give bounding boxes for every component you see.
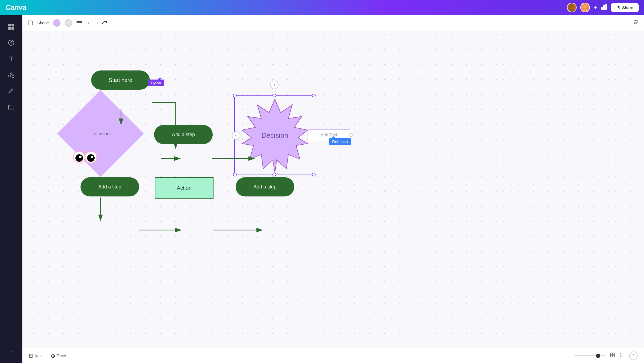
svg-rect-6 (605, 5, 606, 9)
svg-rect-7 (8, 24, 11, 26)
step-node-1[interactable]: Add a step (154, 125, 213, 144)
svg-rect-17 (77, 22, 82, 23)
sidebar-item-draw[interactable] (4, 84, 18, 98)
sidebar-item-projects[interactable] (4, 100, 18, 114)
svg-point-12 (12, 73, 14, 75)
svg-point-0 (570, 5, 574, 8)
dylan-name: Dylan (151, 81, 161, 85)
svg-rect-5 (603, 6, 605, 9)
arrow-right-button[interactable]: → (94, 20, 99, 26)
svg-point-14 (12, 76, 14, 78)
svg-rect-35 (610, 353, 612, 355)
start-node[interactable]: Start here (91, 70, 150, 90)
notes-label: Notes (35, 354, 45, 358)
arrow-curve-button[interactable] (102, 20, 107, 26)
start-node-label: Start here (109, 77, 132, 83)
shape-label: Shape (37, 21, 49, 25)
sidebar-item-uploads[interactable] (4, 36, 18, 50)
svg-rect-18 (77, 24, 82, 24)
add-collaborator-button[interactable]: + (594, 4, 597, 11)
svg-rect-16 (77, 21, 82, 22)
rebecca-label: Rebecca (329, 138, 351, 145)
shape-icon (28, 20, 33, 26)
zoom-slider (574, 355, 606, 356)
sidebar: T ··· (0, 15, 22, 363)
header-left: Canva (5, 3, 26, 12)
step-node-3[interactable]: Add a step (236, 177, 294, 196)
arrow-direction-group: ← → (87, 20, 107, 26)
avatar-user1[interactable] (567, 3, 577, 12)
svg-point-28 (79, 156, 82, 158)
svg-point-27 (75, 154, 83, 162)
timer-button[interactable]: Timer (51, 354, 66, 358)
step-node-3-label: Add a step (253, 184, 276, 190)
sidebar-item-elements[interactable] (4, 68, 18, 82)
step-node-2-label: Add a step (98, 184, 121, 190)
stroke-color-swatch[interactable] (65, 19, 72, 27)
eyes-decoration (72, 148, 98, 167)
slider-thumb[interactable] (596, 354, 600, 358)
flowchart: Start here Decision Add a step (22, 31, 644, 348)
analytics-button[interactable] (601, 4, 607, 11)
svg-rect-4 (602, 7, 603, 9)
help-label: ? (632, 354, 634, 358)
dylan-label: Dylan (148, 80, 164, 86)
resize-arrow-top[interactable]: ↑ (270, 81, 279, 89)
sidebar-item-more[interactable]: ··· (4, 344, 18, 358)
bottom-bar: Notes Timer ? (22, 348, 644, 363)
step-node-2[interactable]: Add a step (80, 177, 139, 196)
svg-point-31 (91, 156, 93, 158)
svg-rect-38 (613, 355, 615, 357)
svg-point-3 (582, 9, 589, 12)
avatar-user2[interactable] (580, 3, 590, 12)
arrow-left-button[interactable]: ← (87, 20, 92, 26)
timer-label: Timer (57, 354, 66, 358)
bottom-right: ? (574, 352, 638, 360)
canva-logo: Canva (5, 3, 26, 12)
handle-top-mid[interactable] (272, 94, 276, 97)
action-node[interactable]: Action (155, 177, 214, 199)
header-right: + Share (567, 3, 639, 12)
handle-top-left[interactable] (233, 94, 237, 97)
svg-rect-8 (11, 24, 14, 26)
toolbar: Shape ← → (22, 15, 644, 31)
slider-track[interactable] (574, 355, 606, 356)
svg-rect-13 (9, 75, 11, 77)
toolbar-right (633, 19, 639, 26)
action-node-label: Action (177, 185, 192, 191)
edge-arrow-left[interactable]: ← (232, 131, 240, 140)
svg-point-1 (569, 9, 575, 12)
share-label: Share (622, 5, 633, 10)
sidebar-item-templates[interactable] (4, 20, 18, 34)
bottom-left: Notes Timer (29, 354, 66, 358)
canvas: Start here Decision Add a step (22, 31, 644, 348)
svg-text:Decision: Decision (261, 131, 288, 139)
svg-rect-36 (613, 353, 615, 355)
svg-point-30 (87, 154, 95, 162)
step-node-1-label: Add a step (172, 132, 195, 137)
share-button[interactable]: Share (611, 3, 639, 12)
grid-view-button[interactable] (610, 352, 615, 359)
star-decision-node[interactable]: Decision (236, 97, 313, 175)
delete-button[interactable] (633, 19, 639, 26)
sidebar-item-text[interactable]: T (4, 52, 18, 66)
notes-button[interactable]: Notes (29, 354, 45, 358)
rebecca-name: Rebecca (332, 139, 348, 144)
stroke-weight-icon[interactable] (77, 21, 82, 25)
fullscreen-button[interactable] (619, 352, 625, 359)
svg-rect-37 (610, 355, 612, 357)
svg-rect-15 (28, 21, 33, 25)
help-button[interactable]: ? (629, 352, 638, 360)
handle-top-right[interactable] (312, 94, 316, 97)
header: Canva + Share (0, 0, 644, 15)
svg-rect-10 (11, 27, 14, 30)
svg-point-2 (583, 5, 587, 8)
svg-rect-9 (8, 27, 11, 30)
fill-color-swatch[interactable] (53, 19, 61, 27)
